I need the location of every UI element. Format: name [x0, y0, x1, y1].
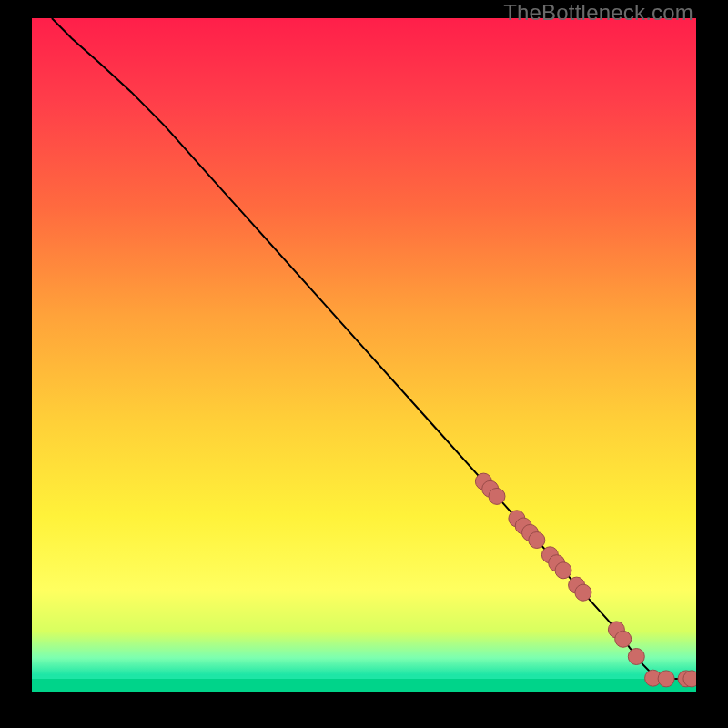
chart-stage: TheBottleneck.com — [0, 0, 728, 728]
data-marker — [555, 562, 571, 579]
data-marker — [489, 488, 505, 504]
chart-overlay — [32, 18, 696, 692]
marker-group — [475, 473, 696, 687]
curve-line — [52, 18, 690, 679]
data-marker — [529, 532, 545, 549]
data-marker — [658, 671, 674, 687]
data-marker — [575, 584, 592, 601]
data-marker — [615, 631, 632, 647]
data-marker — [628, 649, 644, 665]
data-marker — [683, 671, 696, 687]
